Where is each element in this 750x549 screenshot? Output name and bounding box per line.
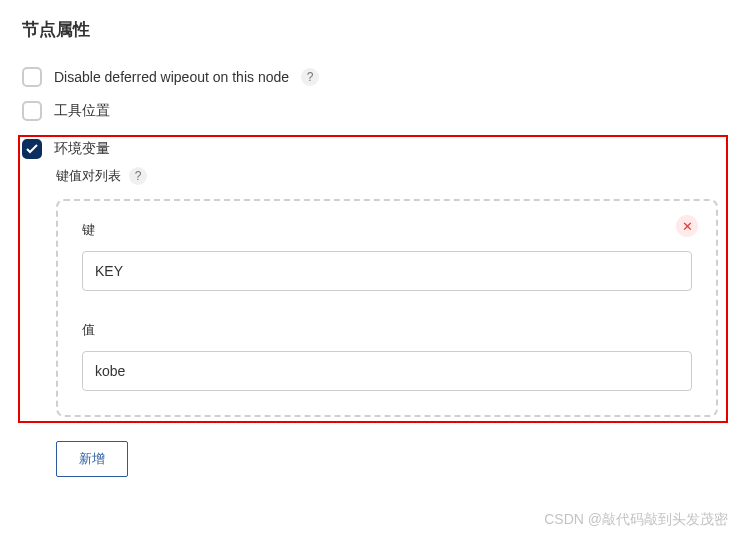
kv-entry-panel: ✕ 键 值 xyxy=(56,199,718,417)
key-input[interactable] xyxy=(82,251,692,291)
option-disable-wipeout: Disable deferred wipeout on this node ? xyxy=(22,67,728,87)
kv-list-label: 键值对列表 xyxy=(56,167,121,185)
key-label: 键 xyxy=(82,221,692,239)
help-icon[interactable]: ? xyxy=(301,68,319,86)
option-label: 工具位置 xyxy=(54,102,110,120)
help-icon[interactable]: ? xyxy=(129,167,147,185)
option-label: 环境变量 xyxy=(54,140,110,158)
highlight-box: 环境变量 键值对列表 ? ✕ 键 值 xyxy=(18,135,728,423)
option-env-vars: 环境变量 xyxy=(22,139,718,159)
option-label: Disable deferred wipeout on this node xyxy=(54,69,289,85)
env-footer: 新增 xyxy=(56,423,728,477)
page-title: 节点属性 xyxy=(22,18,728,41)
value-label: 值 xyxy=(82,321,692,339)
value-input[interactable] xyxy=(82,351,692,391)
checkbox-tool-location[interactable] xyxy=(22,101,42,121)
watermark: CSDN @敲代码敲到头发茂密 xyxy=(544,511,728,529)
kv-list-label-row: 键值对列表 ? xyxy=(56,167,718,185)
value-field-group: 值 xyxy=(82,321,692,391)
env-section: 键值对列表 ? ✕ 键 值 xyxy=(56,167,718,417)
close-icon: ✕ xyxy=(682,220,693,233)
checkbox-disable-wipeout[interactable] xyxy=(22,67,42,87)
add-button[interactable]: 新增 xyxy=(56,441,128,477)
checkbox-env-vars[interactable] xyxy=(22,139,42,159)
key-field-group: 键 xyxy=(82,221,692,291)
delete-button[interactable]: ✕ xyxy=(676,215,698,237)
option-tool-location: 工具位置 xyxy=(22,101,728,121)
